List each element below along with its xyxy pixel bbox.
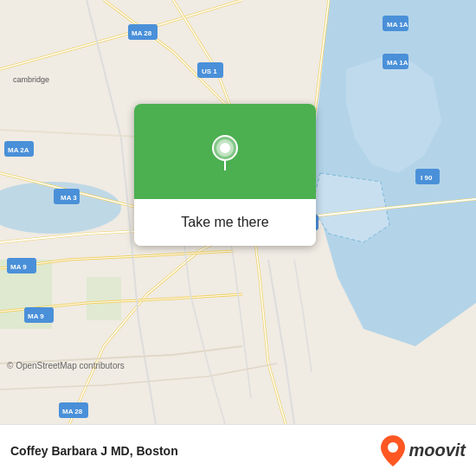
svg-text:MA 1A: MA 1A xyxy=(387,59,408,67)
map-container: cambridge MA 28 US 1 MA 1A MA 1A MA 2A M… xyxy=(0,0,476,424)
place-name: Coffey Barbara J MD, Boston xyxy=(10,444,381,458)
location-pin-icon xyxy=(206,132,244,170)
bottom-bar: Coffey Barbara J MD, Boston moovit xyxy=(0,424,476,476)
svg-point-28 xyxy=(220,143,230,153)
svg-point-30 xyxy=(388,442,398,453)
moovit-logo[interactable]: moovit xyxy=(381,435,466,466)
svg-text:MA 2A: MA 2A xyxy=(8,146,29,154)
svg-text:MA 28: MA 28 xyxy=(132,29,152,37)
svg-text:I 90: I 90 xyxy=(421,174,433,182)
svg-text:MA 1A: MA 1A xyxy=(387,21,408,29)
svg-text:MA 3: MA 3 xyxy=(61,194,77,202)
moovit-text: moovit xyxy=(408,441,466,460)
card-map-area xyxy=(134,104,316,199)
bottom-left: Coffey Barbara J MD, Boston xyxy=(10,444,381,458)
location-card: Take me there xyxy=(134,104,316,246)
svg-rect-3 xyxy=(87,277,121,320)
take-me-there-button[interactable]: Take me there xyxy=(148,208,302,237)
moovit-pin-icon xyxy=(381,435,405,466)
svg-text:MA 9: MA 9 xyxy=(10,263,27,271)
svg-text:MA 28: MA 28 xyxy=(62,408,83,415)
cambridge-label: cambridge xyxy=(13,75,49,84)
map-attribution: © OpenStreetMap contributors xyxy=(7,361,125,370)
svg-text:MA 9: MA 9 xyxy=(28,312,44,320)
svg-text:US 1: US 1 xyxy=(202,68,217,75)
card-button-area: Take me there xyxy=(134,199,316,246)
